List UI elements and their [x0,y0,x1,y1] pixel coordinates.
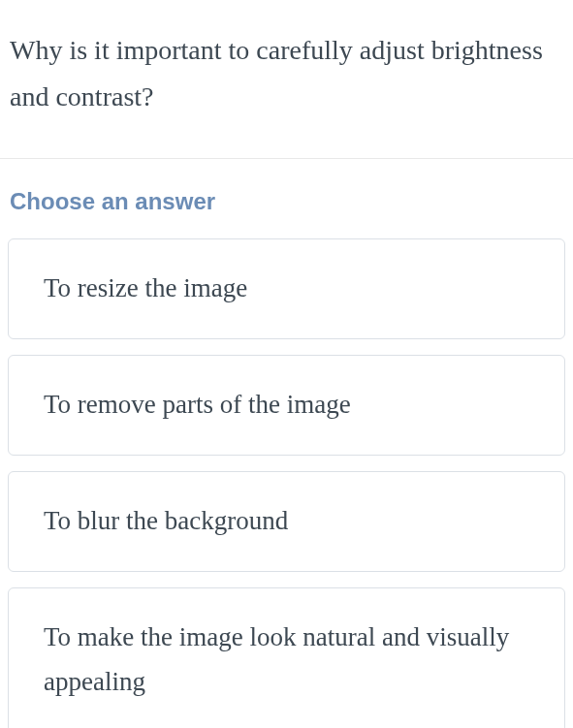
answer-heading: Choose an answer [8,188,565,215]
question-text: Why is it important to carefully adjust … [10,27,563,119]
options-list: To resize the image To remove parts of t… [8,238,565,728]
answer-option-label: To blur the background [44,506,288,535]
answer-section: Choose an answer To resize the image To … [0,159,573,728]
answer-option-2[interactable]: To blur the background [8,471,565,572]
answer-option-0[interactable]: To resize the image [8,238,565,339]
question-section: Why is it important to carefully adjust … [0,0,573,159]
quiz-container: Why is it important to carefully adjust … [0,0,573,728]
answer-option-1[interactable]: To remove parts of the image [8,355,565,456]
answer-option-label: To make the image look natural and visua… [44,622,509,696]
answer-option-label: To resize the image [44,273,247,302]
answer-option-label: To remove parts of the image [44,390,351,419]
answer-option-3[interactable]: To make the image look natural and visua… [8,587,565,728]
